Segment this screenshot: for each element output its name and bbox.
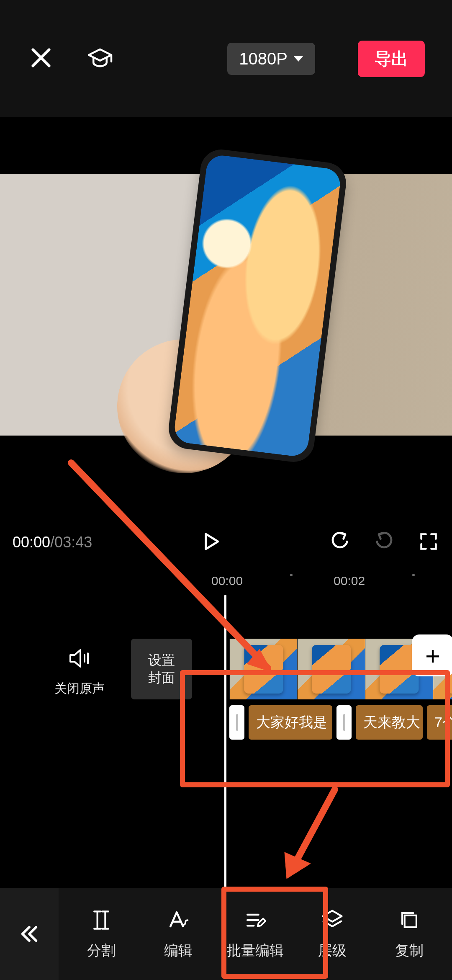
caption-text: 7个 [434,713,452,732]
editor-header: 1080P 导出 [0,0,452,117]
resolution-dropdown[interactable]: 1080P [227,43,315,75]
chevron-down-icon [293,56,303,62]
ruler-mark: 00:02 [334,574,365,588]
chevrons-left-icon [18,922,41,946]
caption-chip[interactable]: 天来教大 [356,705,423,740]
undo-button[interactable] [329,531,351,554]
svg-rect-4 [405,916,416,927]
caption-track[interactable]: 大家好我是 天来教大 7个 [229,705,452,740]
time-total: 03:43 [54,534,92,551]
toolbar-copy[interactable]: 复制 [378,908,441,960]
toolbar-batch-edit[interactable]: 批量编辑 [224,908,287,960]
split-icon [89,908,114,933]
tool-label: 层级 [318,941,347,960]
copy-icon [397,908,422,933]
tool-label: 分割 [87,941,116,960]
export-button[interactable]: 导出 [358,41,425,77]
plus-icon: + [425,641,440,671]
time-separator: / [50,534,54,551]
add-clip-button[interactable]: + [412,634,452,676]
tool-label: 编辑 [164,941,193,960]
toolbar-edit[interactable]: 编辑 [147,908,210,960]
speaker-icon [66,645,93,672]
caption-chip[interactable]: 7个 [427,705,452,740]
bottom-toolbar: 分割 编辑 批量编辑 层级 复制 [0,888,452,980]
toolbar-layer[interactable]: 层级 [301,908,364,960]
video-preview[interactable] [0,174,452,436]
text-edit-icon [166,908,191,933]
caption-handle-left[interactable] [229,705,244,740]
ruler-dot [290,574,293,576]
caption-text: 天来教大 [363,713,420,732]
mute-original-audio[interactable]: 关闭原声 [54,645,105,697]
toolbar-split[interactable]: 分割 [70,908,133,960]
mute-label: 关闭原声 [54,680,105,697]
playback-controls: 00:00 / 03:43 [0,524,452,561]
batch-edit-icon [243,908,268,933]
ruler-dot [412,574,415,576]
redo-button[interactable] [373,531,395,554]
set-cover-button[interactable]: 设置 封面 [131,639,192,699]
close-button[interactable] [27,44,55,73]
cover-label: 设置 封面 [148,652,175,686]
tool-label: 复制 [395,941,424,960]
time-current: 00:00 [13,534,50,551]
layers-icon [320,908,345,933]
export-label: 导出 [375,49,408,68]
collapse-toolbar-button[interactable] [0,888,59,980]
caption-chip[interactable]: 大家好我是 [249,705,332,740]
clip-thumb[interactable] [297,639,365,699]
caption-handle-right[interactable] [336,705,352,740]
fullscreen-button[interactable] [418,531,439,554]
tutorial-cap-icon[interactable] [85,43,115,75]
caption-text: 大家好我是 [256,713,327,732]
clip-thumb[interactable] [229,639,297,699]
timeline-area[interactable]: 关闭原声 设置 封面 + 大家好我是 天来教大 7个 [0,595,452,888]
timeline-ruler[interactable]: 00:00 00:02 [0,570,452,595]
playhead[interactable] [224,595,226,888]
tool-label: 批量编辑 [227,941,284,960]
play-button[interactable] [199,530,222,554]
resolution-label: 1080P [239,49,288,68]
ruler-mark: 00:00 [211,574,243,588]
